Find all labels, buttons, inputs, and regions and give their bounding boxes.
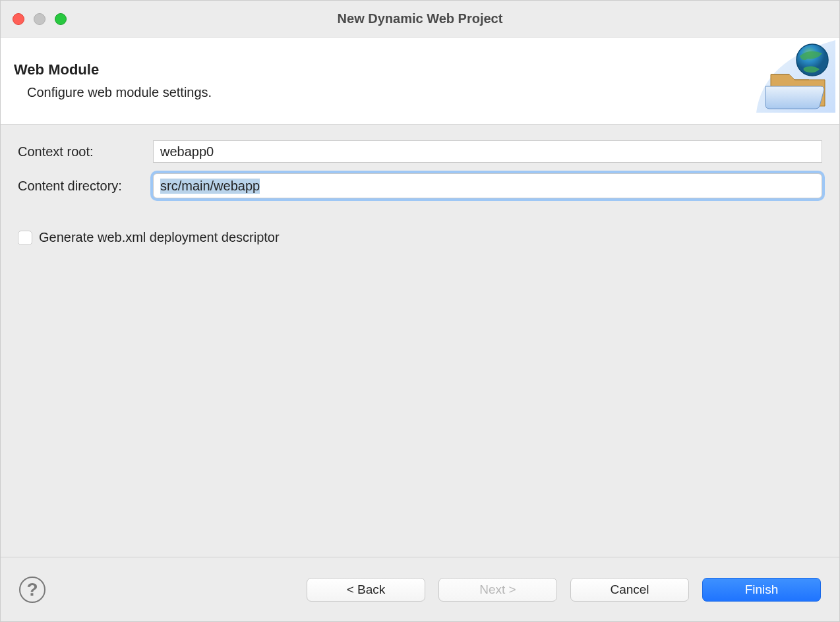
content-directory-focus: src/main/webapp <box>153 173 822 198</box>
generate-webxml-label: Generate web.xml deployment descriptor <box>39 230 280 245</box>
page-title: Web Module <box>14 61 826 78</box>
generate-webxml-row: Generate web.xml deployment descriptor <box>18 230 822 245</box>
window-title: New Dynamic Web Project <box>1 11 839 26</box>
window-controls <box>13 13 67 25</box>
content-directory-label: Content directory: <box>18 179 153 194</box>
help-icon[interactable]: ? <box>19 577 45 603</box>
dialog-footer: ? < Back Next > Cancel Finish <box>1 557 839 621</box>
minimize-window-button[interactable] <box>34 13 45 25</box>
content-directory-value: src/main/webapp <box>160 179 260 194</box>
close-window-button[interactable] <box>13 13 24 25</box>
page-subtitle: Configure web module settings. <box>27 85 826 100</box>
dialog-header-text: Web Module Configure web module settings… <box>14 61 826 100</box>
wizard-banner-icon <box>756 40 835 113</box>
context-root-input[interactable] <box>153 140 822 163</box>
next-button: Next > <box>438 578 557 602</box>
dialog-window: New Dynamic Web Project Web Module Confi… <box>0 0 840 622</box>
finish-button[interactable]: Finish <box>702 578 821 602</box>
back-button[interactable]: < Back <box>307 578 425 602</box>
content-directory-row: Content directory: src/main/webapp <box>18 173 822 198</box>
dialog-content: Context root: Content directory: src/mai… <box>1 125 839 557</box>
zoom-window-button[interactable] <box>55 13 67 25</box>
cancel-button[interactable]: Cancel <box>570 578 689 602</box>
dialog-header: Web Module Configure web module settings… <box>1 38 839 125</box>
context-root-label: Context root: <box>18 144 153 159</box>
generate-webxml-checkbox[interactable] <box>18 231 32 245</box>
context-root-row: Context root: <box>18 140 822 163</box>
content-directory-input[interactable]: src/main/webapp <box>156 177 819 195</box>
titlebar: New Dynamic Web Project <box>1 1 839 38</box>
